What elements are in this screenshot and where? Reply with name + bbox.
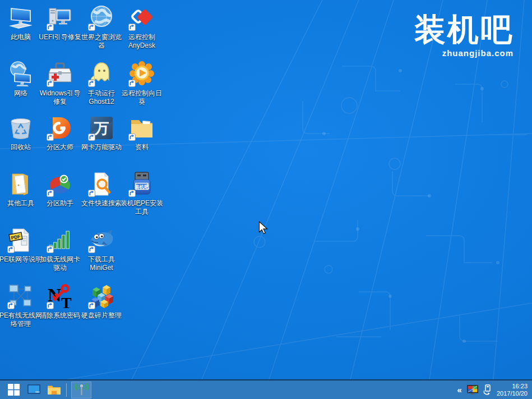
- diskgenius-icon: [47, 114, 73, 141]
- windows-logo-icon: [8, 384, 20, 396]
- desktop-icon-label: 回收站: [0, 143, 42, 152]
- desktop-icon-uefi-boot-fix[interactable]: UEFI引导修复: [40, 4, 80, 42]
- desktop-icon-file-quick-search[interactable]: 文件快速搜索: [81, 171, 122, 208]
- desktop-icon-miniget[interactable]: 下载工具MiniGet: [81, 227, 122, 272]
- desktop-icon-label: 手动运行Ghost12: [80, 89, 123, 106]
- tray-expand-button[interactable]: «: [457, 385, 462, 395]
- anydesk-diamond-icon: [128, 4, 155, 31]
- desktop-icon-label: 加载无线网卡驱动: [39, 255, 81, 272]
- antenna-signal-icon: [74, 383, 89, 396]
- desktop-icon-label: 分区助手: [39, 199, 81, 208]
- logo-subtitle: zhuangjiba.com: [414, 48, 514, 58]
- usb-eject-icon: [483, 384, 492, 395]
- desktop-icon-anydesk[interactable]: 远程控制AnyDesk: [122, 4, 162, 50]
- desktop-icon-label: 清除系统密码: [39, 311, 81, 320]
- nt-t-glyph: T: [61, 294, 72, 310]
- desktop-icon-partition-master[interactable]: 分区大师: [40, 114, 80, 152]
- desktop-icon-label: 此电脑: [0, 33, 42, 42]
- desktop-background: 装机吧 zhuangjiba.com 此电脑: [0, 0, 532, 379]
- desktop-icon-label: 资料: [121, 143, 163, 152]
- desktop-icon-label: 网络: [0, 89, 42, 98]
- folder-door-icon: [7, 171, 34, 198]
- shortcut-arrow-icon: [47, 190, 54, 197]
- folder-icon: [48, 384, 61, 395]
- safely-remove-usb-tray-button[interactable]: [483, 384, 492, 395]
- usb-drive-icon: 装机吧: [128, 171, 155, 198]
- pdf-document-icon: PDF: [7, 227, 34, 254]
- pc-repair-icon: [47, 4, 73, 31]
- desktop-icon-disk-defrag[interactable]: 硬盘碎片整理: [81, 283, 122, 320]
- display-settings-tray-button[interactable]: [467, 385, 478, 395]
- desktop-icon-this-pc[interactable]: 此电脑: [1, 4, 41, 42]
- shortcut-arrow-icon: [88, 24, 95, 31]
- shortcut-arrow-icon: [88, 246, 95, 253]
- desktop-icon-partition-assistant[interactable]: 分区助手: [40, 171, 80, 208]
- shortcut-arrow-icon: [7, 302, 15, 309]
- desktop-icon-files-folder[interactable]: 资料: [122, 114, 162, 152]
- nt-key-icon: N T: [47, 283, 73, 310]
- desktop-icon-label: 远程控制向日葵: [121, 89, 163, 106]
- shortcut-arrow-icon: [47, 134, 54, 141]
- shark-icon: [88, 227, 115, 254]
- shortcut-arrow-icon: [128, 134, 136, 141]
- desktop-icon-windows-boot-fix[interactable]: Widnows引导修复: [40, 61, 80, 106]
- signal-bars-icon: [47, 227, 73, 254]
- shortcut-arrow-icon: [128, 80, 136, 87]
- network-globe-monitor-icon: [7, 61, 34, 88]
- shortcut-arrow-icon: [7, 246, 15, 253]
- toolbox-repair-icon: [47, 61, 73, 88]
- document-search-icon: [88, 171, 115, 198]
- logo-title: 装机吧: [414, 13, 514, 47]
- desktop-icon-network[interactable]: 网络: [1, 61, 41, 98]
- shortcut-arrow-icon: [88, 80, 95, 87]
- desktop-icon-label: 世界之窗浏览器: [80, 33, 123, 50]
- start-button[interactable]: [3, 382, 24, 398]
- desktop-icon-ghost12[interactable]: 手动运行Ghost12: [81, 61, 122, 106]
- desktop-icon-label: 下载工具MiniGet: [80, 255, 123, 272]
- desktop-icon-label: 文件快速搜索: [80, 199, 123, 208]
- shortcut-arrow-icon: [47, 24, 54, 31]
- globe-browser-icon: [88, 4, 115, 31]
- shortcut-arrow-icon: [88, 302, 95, 309]
- pie-partition-icon: [47, 171, 73, 198]
- desktop-icon-universal-nic-driver[interactable]: 万 网卡万能驱动: [81, 114, 122, 152]
- desktop-icon-wireless-nic-driver[interactable]: 加载无线网卡驱动: [40, 227, 80, 272]
- network-topology-icon: [7, 283, 34, 310]
- desktop-icon-sunflower-remote[interactable]: 远程控制向日葵: [122, 61, 162, 106]
- usb-label-glyph: 装机吧: [134, 184, 149, 190]
- desktop-icon-recycle-bin[interactable]: 回收站: [1, 114, 41, 152]
- taskbar-clock[interactable]: 16:23 2017/10/20: [497, 383, 528, 397]
- desktop-icon-zhuangjiba-pe-installer[interactable]: 装机吧 装机吧PE安装工具: [122, 171, 162, 216]
- wan-driver-icon: 万: [88, 114, 115, 141]
- file-explorer-button[interactable]: [44, 382, 64, 398]
- desktop-monitor-button[interactable]: [24, 382, 44, 398]
- clock-time: 16:23: [497, 383, 528, 390]
- folder-icon: [128, 114, 155, 141]
- recycle-bin-icon: [7, 114, 34, 141]
- desktop-icon-label: PE联网等说明: [0, 255, 42, 264]
- desktop-icon-pe-network-guide[interactable]: PDF PE联网等说明: [1, 227, 41, 264]
- desktop-icon-label: PE有线无线网络管理: [0, 311, 42, 328]
- desktop-icon-label: 网卡万能驱动: [80, 143, 123, 152]
- desktop-icon-pe-network-manager[interactable]: PE有线无线网络管理: [1, 283, 41, 328]
- mouse-cursor: [258, 221, 270, 235]
- zhuangjiba-logo: 装机吧 zhuangjiba.com: [414, 13, 514, 58]
- shortcut-arrow-icon: [128, 190, 136, 197]
- ghost-icon: [88, 61, 115, 88]
- desktop-icon-world-window-browser[interactable]: 世界之窗浏览器: [81, 4, 122, 50]
- pe-network-app-button[interactable]: [71, 382, 91, 398]
- desktop-icon-label: UEFI引导修复: [39, 33, 81, 42]
- desktop-icon-label: Widnows引导修复: [39, 89, 81, 106]
- this-pc-icon: [7, 4, 34, 31]
- desktop-icon-label: 装机吧PE安装工具: [121, 199, 163, 216]
- wan-glyph: 万: [94, 120, 109, 137]
- monitor-icon: [27, 384, 40, 395]
- desktop-icon-clear-password[interactable]: N T 清除系统密码: [40, 283, 80, 320]
- color-display-icon: [467, 385, 478, 395]
- taskbar-separator: [66, 383, 67, 397]
- shortcut-arrow-icon: [47, 80, 54, 87]
- clock-date: 2017/10/20: [497, 390, 528, 397]
- shortcut-arrow-icon: [88, 134, 95, 141]
- desktop-icon-label: 远程控制AnyDesk: [121, 33, 163, 50]
- desktop-icon-other-tools[interactable]: 其他工具: [1, 171, 41, 208]
